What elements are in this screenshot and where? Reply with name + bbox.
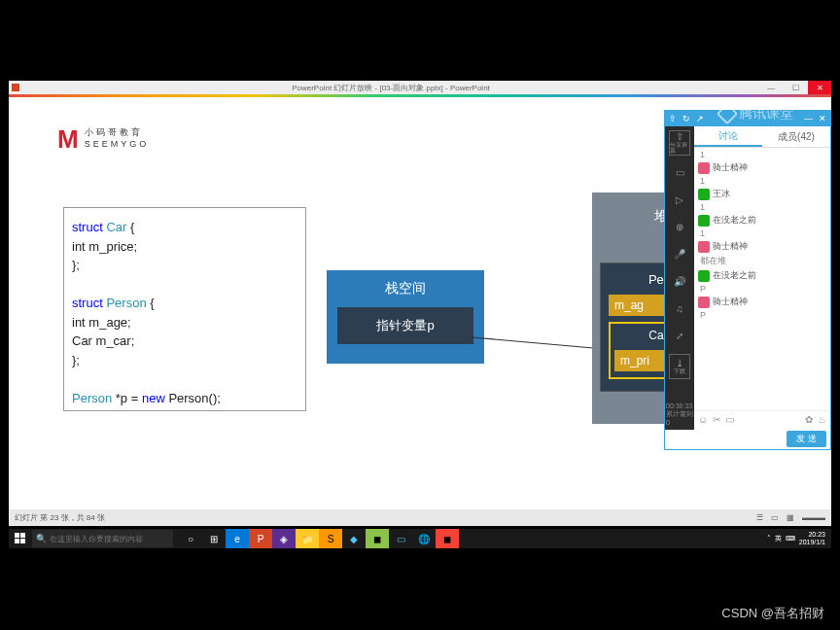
play-icon[interactable]: ▷: [670, 191, 689, 210]
tab-members[interactable]: 成员(42): [762, 126, 830, 147]
stack-variable: 指针变量p: [337, 307, 473, 344]
chat-sidebar: ⇧分享屏幕 ▭ ▷ ⊕ 🎤 🔊 ♫ ⤢ ⤓下载 00:36:33 累计签到 0: [665, 126, 694, 430]
svg-rect-4: [15, 539, 19, 543]
timer: 00:36:33: [666, 402, 693, 409]
clock[interactable]: 20:23 2019/1/1: [799, 531, 825, 545]
powerpoint-task-icon[interactable]: P: [249, 529, 272, 548]
gift-icon[interactable]: ♨: [818, 414, 826, 425]
taskview-icon[interactable]: ⊞: [202, 529, 226, 548]
logo-cn: 小码哥教育: [85, 127, 150, 139]
chat-toolbar: ☺ ✂ ▭ ✿ ♨: [694, 410, 830, 428]
flower-icon[interactable]: ✿: [805, 414, 813, 425]
app-icon[interactable]: ◼: [366, 529, 389, 548]
start-button[interactable]: [9, 529, 32, 548]
chrome-icon[interactable]: 🌐: [412, 529, 436, 548]
search-input[interactable]: [50, 535, 169, 543]
explorer-icon[interactable]: 📁: [296, 529, 319, 548]
tencent-watermark: 腾讯课堂: [719, 105, 793, 122]
pin-icon[interactable]: ⇧: [669, 114, 677, 123]
download-button[interactable]: ⤓下载: [669, 354, 690, 379]
scissors-icon[interactable]: ✂: [713, 414, 720, 425]
send-button[interactable]: 发 送: [787, 431, 826, 447]
ime-icon[interactable]: 英: [775, 534, 782, 543]
window-title: PowerPoint 幻灯片放映 - [03-面向对象.pptx] - Powe…: [22, 83, 759, 93]
svg-rect-5: [20, 539, 25, 543]
ime-icon[interactable]: ⌨: [786, 535, 795, 542]
slide-counter: 幻灯片 第 23 张，共 84 张: [15, 512, 105, 523]
refresh-icon[interactable]: ↻: [682, 114, 690, 123]
code-block: struct Car { int m_price; }; struct Pers…: [63, 207, 306, 411]
tray-up-icon[interactable]: ˄: [767, 535, 771, 542]
expand-icon[interactable]: ⤢: [670, 327, 689, 346]
taskbar: 🔍 ○ ⊞ e P ◈ 📁 S ◆ ◼ ▭ 🌐 ◼ ˄ 英 ⌨ 20:23 20…: [9, 529, 831, 548]
chat-panel: ⇧ ↻ ↗ — ✕ ⇧分享屏幕 ▭ ▷ ⊕ 🎤 🔊 ♫ ⤢ ⤓下载 00:36:…: [664, 110, 831, 450]
music-icon[interactable]: ♫: [670, 299, 689, 319]
app-icon[interactable]: ▭: [389, 529, 412, 548]
svg-rect-2: [15, 533, 19, 538]
search-box[interactable]: 🔍: [32, 530, 173, 547]
titlebar: PowerPoint 幻灯片放映 - [03-面向对象.pptx] - Powe…: [9, 81, 831, 94]
app-icon[interactable]: ◼: [436, 529, 459, 548]
statusbar: 幻灯片 第 23 张，共 84 张 ☰ ▭ ▦ ▬▬▬: [9, 509, 831, 526]
app-icon[interactable]: ◆: [342, 529, 366, 548]
popout-icon[interactable]: ↗: [696, 114, 704, 123]
view-icon[interactable]: ▬▬▬: [802, 513, 825, 522]
tencent-icon: [717, 103, 739, 125]
maximize-button[interactable]: ☐: [784, 81, 807, 94]
tab-discuss[interactable]: 讨论: [694, 126, 762, 147]
mic-icon[interactable]: 🎤: [670, 245, 689, 264]
svg-rect-3: [20, 533, 25, 538]
sublime-icon[interactable]: S: [319, 529, 342, 548]
powerpoint-icon: [12, 84, 19, 91]
stack-diagram: 栈空间 指针变量p: [327, 270, 484, 364]
image-icon[interactable]: ▭: [725, 414, 734, 425]
share-screen-button[interactable]: ⇧分享屏幕: [669, 130, 690, 156]
view-icon[interactable]: ☰: [756, 513, 763, 522]
view-icon[interactable]: ▦: [787, 513, 794, 522]
system-tray[interactable]: ˄ 英 ⌨ 20:23 2019/1/1: [767, 531, 831, 545]
add-icon[interactable]: ⊕: [670, 218, 689, 237]
stack-title: 栈空间: [385, 270, 426, 307]
chat-close-icon[interactable]: ✕: [819, 114, 826, 123]
search-icon: 🔍: [36, 534, 47, 543]
edge-icon[interactable]: e: [226, 529, 249, 548]
view-icon[interactable]: ▭: [771, 513, 779, 522]
minimize-button[interactable]: —: [759, 81, 783, 94]
vs-icon[interactable]: ◈: [272, 529, 296, 548]
ppt-icon[interactable]: ▭: [670, 163, 689, 183]
csdn-watermark: CSDN @吾名招财: [721, 605, 824, 622]
emoji-icon[interactable]: ☺: [698, 414, 708, 425]
logo-mark: M: [57, 126, 79, 152]
close-button[interactable]: ✕: [808, 81, 831, 94]
logo-en: SEEMYGO: [85, 139, 150, 151]
speaker-icon[interactable]: 🔊: [670, 272, 689, 292]
cortana-icon[interactable]: ○: [179, 529, 202, 548]
chat-minimize-icon[interactable]: —: [804, 114, 813, 123]
chat-messages: 1骑士精神1王冰1在没老之前1骑士精神都在堆在没老之前P骑士精神P: [694, 148, 830, 410]
